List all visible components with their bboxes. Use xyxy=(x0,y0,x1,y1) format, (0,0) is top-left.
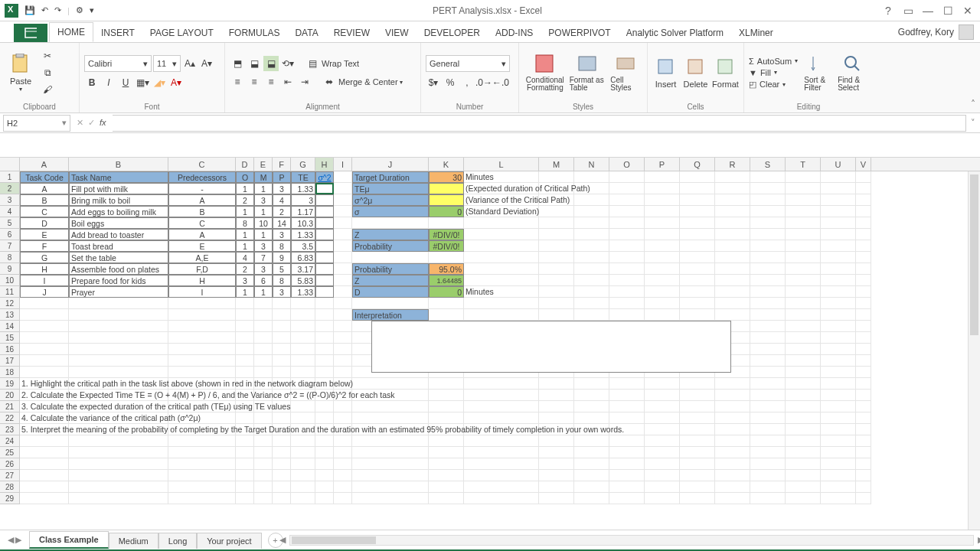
cell[interactable] xyxy=(236,493,254,504)
cell[interactable] xyxy=(750,447,786,458)
task-pred[interactable]: - xyxy=(168,183,236,194)
cell[interactable] xyxy=(168,435,236,447)
cell[interactable] xyxy=(20,481,69,493)
cell[interactable] xyxy=(429,298,464,309)
clear-button[interactable]: ◰Clear▾ xyxy=(749,80,801,90)
cell[interactable] xyxy=(680,217,715,229)
cell[interactable] xyxy=(236,412,254,424)
cell[interactable] xyxy=(750,390,786,401)
cell[interactable] xyxy=(680,194,715,206)
task-p[interactable]: 3 xyxy=(273,286,291,298)
cell[interactable] xyxy=(680,171,715,183)
task-te[interactable]: 1.33 xyxy=(291,286,315,298)
cell[interactable] xyxy=(715,240,750,252)
cell[interactable] xyxy=(680,378,715,390)
cell[interactable] xyxy=(680,481,715,493)
cell[interactable] xyxy=(821,229,856,240)
task-pred[interactable]: A xyxy=(168,229,236,240)
col-head-h[interactable]: H xyxy=(315,158,334,171)
cell[interactable] xyxy=(856,298,871,309)
cell[interactable] xyxy=(273,435,291,447)
cell[interactable] xyxy=(273,367,291,378)
task-code[interactable]: B xyxy=(20,194,69,206)
cell[interactable] xyxy=(715,206,750,217)
cell[interactable] xyxy=(20,321,69,332)
task-pred[interactable]: B xyxy=(168,206,236,217)
row-head[interactable]: 7 xyxy=(0,240,20,252)
cell[interactable] xyxy=(168,298,236,309)
cell[interactable] xyxy=(680,275,715,286)
cell[interactable] xyxy=(464,493,539,504)
cancel-formula-icon[interactable]: ✕ xyxy=(77,118,83,128)
fill-color-icon[interactable]: ◢▾ xyxy=(152,75,167,90)
cell[interactable] xyxy=(645,447,680,458)
task-p[interactable]: 5 xyxy=(273,263,291,275)
align-left-icon[interactable]: ≡ xyxy=(230,74,245,90)
col-head-s[interactable]: S xyxy=(750,158,786,171)
align-right-icon[interactable]: ≡ xyxy=(263,74,279,90)
instruction-text[interactable]: 1. Highlight the critical path in the ta… xyxy=(20,378,69,390)
cell[interactable] xyxy=(856,263,871,275)
cell[interactable]: 0 xyxy=(429,286,464,298)
cell[interactable] xyxy=(645,240,680,252)
cell[interactable] xyxy=(609,435,645,447)
cell[interactable] xyxy=(609,263,645,275)
cell[interactable] xyxy=(856,321,871,332)
cell[interactable] xyxy=(315,321,334,332)
cell[interactable] xyxy=(750,240,786,252)
cell[interactable] xyxy=(750,229,786,240)
format-painter-icon[interactable]: 🖌 xyxy=(40,82,55,97)
cell[interactable] xyxy=(786,298,821,309)
cell[interactable] xyxy=(574,481,609,493)
cell[interactable] xyxy=(715,252,750,263)
cell[interactable] xyxy=(574,275,609,286)
cell[interactable]: Probability xyxy=(352,240,429,252)
cell[interactable] xyxy=(334,332,352,344)
col-head-e[interactable]: E xyxy=(254,158,273,171)
cell[interactable] xyxy=(645,481,680,493)
cell[interactable] xyxy=(168,470,236,481)
save-icon[interactable]: 💾 xyxy=(24,5,35,15)
task-sigma2[interactable] xyxy=(315,206,334,217)
cell[interactable] xyxy=(352,378,429,390)
cell[interactable] xyxy=(273,332,291,344)
cell[interactable] xyxy=(786,435,821,447)
cell[interactable] xyxy=(334,481,352,493)
task-o[interactable]: 2 xyxy=(236,194,254,206)
cell[interactable] xyxy=(715,275,750,286)
task-o[interactable]: 3 xyxy=(236,275,254,286)
cell[interactable] xyxy=(715,171,750,183)
font-name-combo[interactable]: Calibri▾ xyxy=(84,55,152,72)
cell[interactable] xyxy=(334,355,352,367)
cell[interactable] xyxy=(715,217,750,229)
row-head[interactable]: 27 xyxy=(0,470,20,481)
cell[interactable] xyxy=(464,275,539,286)
row-head[interactable]: 10 xyxy=(0,275,20,286)
cell[interactable] xyxy=(609,286,645,298)
cell[interactable] xyxy=(680,401,715,412)
cell[interactable] xyxy=(680,309,715,321)
task-code[interactable]: D xyxy=(20,217,69,229)
cell[interactable] xyxy=(539,206,574,217)
cell[interactable] xyxy=(856,401,871,412)
cell[interactable] xyxy=(236,344,254,355)
cell[interactable] xyxy=(786,344,821,355)
cell[interactable] xyxy=(680,470,715,481)
row-head[interactable]: 8 xyxy=(0,252,20,263)
cell[interactable] xyxy=(334,286,352,298)
cell[interactable] xyxy=(821,252,856,263)
cell[interactable] xyxy=(539,217,574,229)
cell[interactable] xyxy=(69,458,168,470)
cell[interactable] xyxy=(715,470,750,481)
cell[interactable] xyxy=(273,412,291,424)
cell[interactable] xyxy=(539,286,574,298)
cell[interactable] xyxy=(821,412,856,424)
cell[interactable] xyxy=(69,447,168,458)
cell[interactable] xyxy=(539,470,574,481)
cell[interactable] xyxy=(821,435,856,447)
cell[interactable] xyxy=(254,447,273,458)
touch-mode-icon[interactable]: ⚙ xyxy=(76,5,83,15)
cell[interactable] xyxy=(821,321,856,332)
format-as-table-button[interactable]: Format as Table xyxy=(570,48,608,97)
task-p[interactable]: 2 xyxy=(273,206,291,217)
